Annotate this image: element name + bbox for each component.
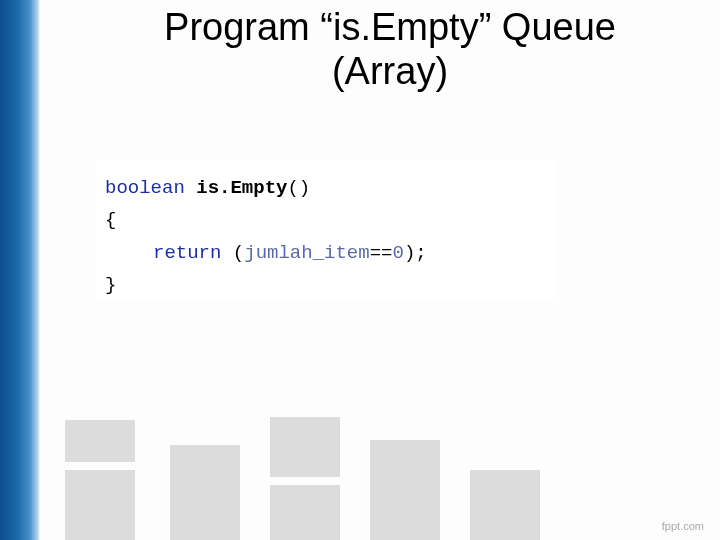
square (65, 420, 135, 462)
square (470, 470, 540, 540)
square (65, 470, 135, 540)
expr-open: ( (221, 242, 244, 264)
square (270, 485, 340, 540)
title-line-2: (Array) (332, 50, 448, 92)
square (370, 440, 440, 540)
footer-attribution: fppt.com (662, 520, 704, 532)
literal-zero: 0 (392, 242, 403, 264)
keyword-return: return (153, 242, 221, 264)
variable-jumlah-item: jumlah_item (244, 242, 369, 264)
close-brace: } (105, 274, 116, 296)
code-line-1: boolean is.Empty() (105, 172, 545, 204)
slide: Program “is.Empty” Queue (Array) boolean… (0, 0, 720, 540)
parens: () (287, 177, 310, 199)
expr-close: ); (404, 242, 427, 264)
open-brace: { (105, 209, 116, 231)
keyword-boolean: boolean (105, 177, 185, 199)
function-name: is.Empty (196, 177, 287, 199)
slide-title: Program “is.Empty” Queue (Array) (100, 6, 680, 93)
square (170, 445, 240, 540)
code-snippet: boolean is.Empty() { return (jumlah_item… (95, 160, 555, 300)
decorative-squares (0, 390, 720, 540)
title-line-1: Program “is.Empty” Queue (164, 6, 616, 48)
operator-eq: == (370, 242, 393, 264)
code-line-2: { (105, 204, 545, 236)
square (270, 417, 340, 477)
code-line-4: } (105, 269, 545, 301)
code-line-3: return (jumlah_item==0); (105, 237, 545, 269)
left-accent-stripe (0, 0, 40, 540)
